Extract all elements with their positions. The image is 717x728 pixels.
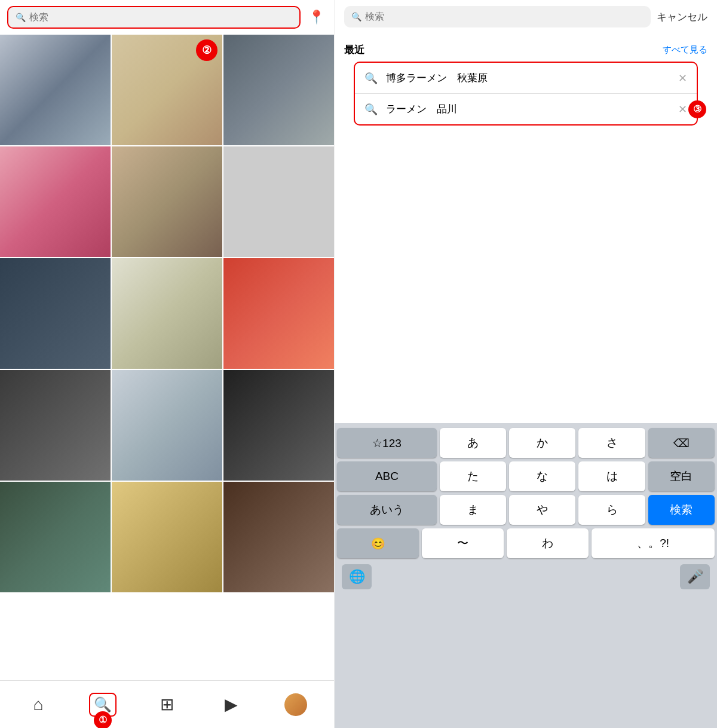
search-icon-left: 🔍 xyxy=(16,13,26,22)
left-search-input-box[interactable]: 🔍 xyxy=(7,6,301,29)
kb-key-punct[interactable]: 、。?! xyxy=(592,528,715,558)
kb-key-na[interactable]: な xyxy=(509,461,575,491)
history-item-2[interactable]: 🔍 ラーメン 品川 ✕ ③ xyxy=(355,93,697,124)
grid-cell-1[interactable] xyxy=(0,35,111,145)
grid-cell-4[interactable] xyxy=(0,146,111,257)
grid-cell-6[interactable] xyxy=(223,146,334,257)
photo-grid: ② xyxy=(0,35,334,680)
cancel-button[interactable]: キャンセル xyxy=(657,10,707,24)
kb-key-delete[interactable]: ⌫ xyxy=(648,428,715,458)
grid-cell-5[interactable] xyxy=(112,146,222,257)
left-search-bar: 🔍 📍 xyxy=(0,0,334,35)
history-text-1: 博多ラーメン 秋葉原 xyxy=(386,71,670,85)
badge-1: ① xyxy=(94,711,112,729)
grid-cell-11[interactable] xyxy=(112,370,222,481)
kb-key-a[interactable]: あ xyxy=(440,428,506,458)
kb-row-3: あいう ま や ら 検索 xyxy=(337,495,715,525)
kb-key-sa[interactable]: さ xyxy=(578,428,645,458)
history-close-2[interactable]: ✕ xyxy=(678,103,687,116)
right-search-input-box[interactable]: 🔍 xyxy=(344,6,651,27)
grid-cell-3[interactable] xyxy=(223,35,334,145)
keyboard: ☆123 あ か さ ⌫ ABC た な xyxy=(335,423,717,728)
search-icon-right: 🔍 xyxy=(351,12,361,22)
content-spacer xyxy=(335,126,717,423)
right-search-bar: 🔍 キャンセル xyxy=(335,0,717,33)
grid-cell-8[interactable] xyxy=(112,258,222,369)
kb-key-wa[interactable]: わ xyxy=(507,528,589,558)
nav-search[interactable]: 🔍 ① xyxy=(88,690,118,720)
kb-key-ya[interactable]: や xyxy=(509,495,575,525)
nav-reels[interactable]: ▶ xyxy=(216,690,246,720)
kb-mic-button[interactable]: 🎤 xyxy=(680,564,710,589)
history-close-1[interactable]: ✕ xyxy=(678,72,687,85)
kb-key-wave[interactable]: 〜 xyxy=(422,528,504,558)
location-button[interactable]: 📍 xyxy=(305,7,327,28)
home-icon: ⌂ xyxy=(33,695,43,714)
left-search-input[interactable] xyxy=(29,12,292,23)
kb-key-ka[interactable]: か xyxy=(509,428,575,458)
grid-cell-13[interactable] xyxy=(0,482,111,592)
see-all-button[interactable]: すべて見る xyxy=(663,44,707,56)
kb-key-space[interactable]: 空白 xyxy=(648,461,715,491)
kb-bottom-row: 🌐 🎤 xyxy=(337,562,715,594)
history-text-2: ラーメン 品川 xyxy=(386,102,670,116)
recent-label: 最近 xyxy=(344,43,364,57)
bottom-nav: ⌂ 🔍 ① ⊞ ▶ xyxy=(0,680,334,728)
history-item-1[interactable]: 🔍 博多ラーメン 秋葉原 ✕ xyxy=(355,63,697,93)
grid-cell-15[interactable] xyxy=(223,482,334,592)
avatar xyxy=(284,693,307,716)
grid-cell-10[interactable] xyxy=(0,370,111,481)
nav-home[interactable]: ⌂ xyxy=(23,690,53,720)
grid-cell-14[interactable] xyxy=(112,482,222,592)
grid-cell-7[interactable] xyxy=(0,258,111,369)
search-history-list: 🔍 博多ラーメン 秋葉原 ✕ 🔍 ラーメン 品川 ✕ ③ xyxy=(354,62,698,126)
badge-2: ② xyxy=(196,39,217,61)
kb-globe-button[interactable]: 🌐 xyxy=(342,564,372,589)
reels-icon: ▶ xyxy=(225,695,238,714)
nav-profile[interactable] xyxy=(281,690,311,720)
history-search-icon-1: 🔍 xyxy=(364,72,378,85)
kb-key-abc[interactable]: ABC xyxy=(337,461,437,491)
kb-key-emoji[interactable]: 😊 xyxy=(337,528,419,558)
kb-key-123[interactable]: ☆123 xyxy=(337,428,437,458)
kb-row-4: 😊 〜 わ 、。?! xyxy=(337,528,715,558)
grid-cell-12[interactable] xyxy=(223,370,334,481)
grid-cell-9[interactable] xyxy=(223,258,334,369)
kb-key-ha[interactable]: は xyxy=(578,461,645,491)
history-search-icon-2: 🔍 xyxy=(364,103,378,116)
recent-section-header: 最近 すべて見る xyxy=(335,33,717,62)
kb-key-aiueo[interactable]: あいう xyxy=(337,495,437,525)
kb-key-ma[interactable]: ま xyxy=(440,495,506,525)
kb-row-1: ☆123 あ か さ ⌫ xyxy=(337,428,715,458)
kb-key-ta[interactable]: た xyxy=(440,461,506,491)
left-panel: 🔍 📍 ② ⌂ 🔍 ① xyxy=(0,0,335,728)
kb-row-2: ABC た な は 空白 xyxy=(337,461,715,491)
search-nav-icon: 🔍 xyxy=(94,696,112,713)
right-search-input[interactable] xyxy=(365,11,644,22)
badge-3: ③ xyxy=(688,100,706,118)
right-panel: 🔍 キャンセル 最近 すべて見る 🔍 博多ラーメン 秋葉原 ✕ 🔍 ラーメン 品… xyxy=(335,0,717,728)
grid-cell-2[interactable]: ② xyxy=(112,35,222,145)
kb-key-search[interactable]: 検索 xyxy=(648,495,715,525)
nav-add[interactable]: ⊞ xyxy=(152,690,182,720)
kb-key-ra[interactable]: ら xyxy=(578,495,645,525)
add-icon: ⊞ xyxy=(160,695,174,714)
